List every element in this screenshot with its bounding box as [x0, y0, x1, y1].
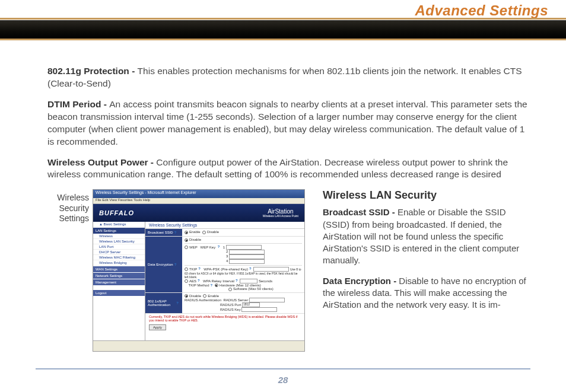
ss-broadcast-label-text: Broadcast SSID: [148, 231, 173, 234]
ss-side-item: Wireless MAC Filtering: [93, 255, 145, 260]
ss-row-encryption: Data Encryption ? Disable WEP WEP Key ? …: [145, 237, 304, 292]
ss-eap-label: 802.1x/EAP Authentication ?: [145, 293, 182, 313]
ss-psk: WPA-PSK (Pre-shared Key): [203, 267, 248, 270]
ss-disable: Disable: [207, 230, 219, 234]
ss-enable: Enable: [189, 230, 201, 234]
embedded-screenshot: Wireless Security Settings - Microsoft I…: [93, 189, 305, 352]
ss-wep3: [229, 254, 265, 259]
ss-logout: Logout: [93, 290, 145, 296]
ss-side-item: Wireless LAN Security: [93, 239, 145, 244]
ss-warning: Currently, TKIP and AES do not work whil…: [145, 314, 304, 323]
ss-body: ▲ Basic Settings LAN Settings Wireless W…: [93, 222, 304, 340]
label-output-power: Wireless Output Power -: [47, 157, 156, 167]
paragraph-data-encryption: Data Encryption - Disable to have no enc…: [323, 275, 530, 311]
ss-eap-disable: Disable: [189, 294, 201, 298]
help-icon: ?: [210, 283, 212, 287]
ss-side-item: Wireless: [93, 234, 145, 239]
radio-icon: [215, 283, 218, 287]
radio-icon: [185, 267, 188, 271]
ss-side-item: Wireless Bridging: [93, 260, 145, 266]
text-dtim: An access point transmits beacon signals…: [47, 99, 527, 146]
ss-mgmt-head: Management: [93, 279, 145, 285]
ss-wep4: [229, 259, 265, 264]
ss-eap-label-text: 802.1x/EAP Authentication: [148, 299, 175, 307]
ss-wan-head: WAN Settings: [93, 266, 145, 272]
ss-rekey: WPA Rekey Interval: [203, 279, 234, 282]
ss-row-eap: 802.1x/EAP Authentication ? Disable Enab…: [145, 293, 304, 314]
label-80211g: 802.11g Protection -: [47, 66, 138, 76]
radio-icon: [203, 294, 206, 298]
ss-brand-sub: Wireless LAN Access Point: [263, 215, 298, 218]
help-icon: ?: [218, 245, 220, 248]
ss-broadcast-label: Broadcast SSID ?: [145, 229, 182, 236]
help-icon: ?: [198, 279, 200, 282]
help-icon: ?: [236, 279, 238, 282]
ss-radius-key: RADIUS Key: [220, 308, 241, 311]
ss-window-title: Wireless Security Settings - Microsoft I…: [93, 190, 304, 198]
content-area: 802.11g Protection - This enables protec…: [0, 42, 566, 358]
ss-apply-row: Apply: [145, 323, 304, 332]
ss-main-title: Wireless Security Settings: [145, 222, 304, 229]
radio-icon: [185, 231, 188, 234]
ss-enc-disable: Disable: [189, 238, 201, 241]
ss-rekey-input: [240, 279, 257, 283]
ss-wep1: [226, 245, 262, 250]
decorative-line: [0, 18, 566, 20]
ss-menubar: File Edit View Favorites Tools Help: [93, 198, 304, 204]
ss-enc-body: Disable WEP WEP Key ? 1 2 3 4: [182, 237, 304, 292]
section-heading-wlan-security: Wireless LAN Security: [323, 189, 530, 202]
decorative-band: [0, 20, 566, 39]
ss-sidebar: ▲ Basic Settings LAN Settings Wireless W…: [93, 222, 145, 340]
ss-seconds: Seconds: [259, 279, 272, 282]
ss-radius-port-val: 1812: [243, 302, 250, 306]
ss-radius-key-input: [241, 307, 277, 312]
ss-lan-head: LAN Settings: [93, 228, 145, 234]
ss-tkip: TKIP: [189, 267, 197, 270]
ss-brand-product: AirStation Wireless LAN Access Point: [263, 209, 298, 218]
paragraph-output-power: Wireless Output Power - Configure output…: [47, 157, 530, 181]
radio-icon: [185, 246, 188, 249]
header-banner: Advanced Settings: [0, 0, 566, 42]
ss-statusbar: [93, 340, 304, 351]
help-icon: ?: [198, 267, 201, 270]
paragraph-80211g: 802.11g Protection - This enables protec…: [47, 65, 530, 90]
ss-wep2: [229, 250, 265, 254]
paragraph-dtim: DTIM Period - An access point transmits …: [47, 98, 530, 148]
ss-hw: Hardware (Max 12 clients): [220, 283, 261, 287]
help-icon: ?: [174, 231, 177, 234]
help-icon: ?: [174, 263, 177, 266]
ss-side-item: LAN Port: [93, 244, 145, 250]
paragraph-broadcast-ssid: Broadcast SSID - Enable or Disable the S…: [323, 206, 530, 266]
ss-eap-enable: Enable: [208, 294, 219, 298]
radio-icon: [202, 231, 206, 234]
page-number: 28: [0, 375, 566, 385]
ss-sw: Software (Max 50 clients): [233, 287, 274, 291]
ss-basic-settings: ▲ Basic Settings: [93, 222, 145, 227]
screenshot-column: Wireless Security Settings Wireless Secu…: [47, 189, 305, 352]
help-icon: ?: [249, 267, 252, 270]
ss-main: Wireless Security Settings Broadcast SSI…: [145, 222, 304, 340]
ss-brand-bar: BUFFALO AirStation Wireless LAN Access P…: [93, 204, 304, 222]
page-title: Advanced Settings: [415, 2, 548, 19]
ss-apply-button: Apply: [149, 324, 166, 330]
radio-icon: [185, 279, 188, 283]
ss-eap-body: Disable Enable RADIUS Authentication RAD…: [182, 293, 304, 313]
decorative-line: [0, 39, 566, 40]
ss-brand-logo: BUFFALO: [99, 209, 134, 216]
ss-enc-label-text: Data Encryption: [148, 263, 173, 266]
screenshot-caption: Wireless Security Settings: [47, 189, 89, 352]
ss-row-broadcast: Broadcast SSID ? Enable Disable: [145, 229, 304, 237]
ss-aes: AES: [189, 279, 196, 282]
right-column: Wireless LAN Security Broadcast SSID - E…: [317, 189, 530, 352]
ss-net-head: Network Settings: [93, 273, 145, 279]
radio-icon: [228, 288, 232, 291]
bottom-row: Wireless Security Settings Wireless Secu…: [47, 189, 530, 352]
ss-psk-input: [253, 267, 289, 272]
ss-tkip-method: TKIP Method: [189, 283, 209, 287]
label-broadcast-ssid: Broadcast SSID -: [323, 207, 398, 217]
footer-rule: [36, 368, 530, 369]
radio-icon: [185, 294, 188, 298]
ss-radius-server: RADIUS Server: [223, 298, 248, 302]
ss-radius-port-input: 1812: [242, 302, 260, 307]
ss-enc-label: Data Encryption ?: [145, 237, 182, 292]
